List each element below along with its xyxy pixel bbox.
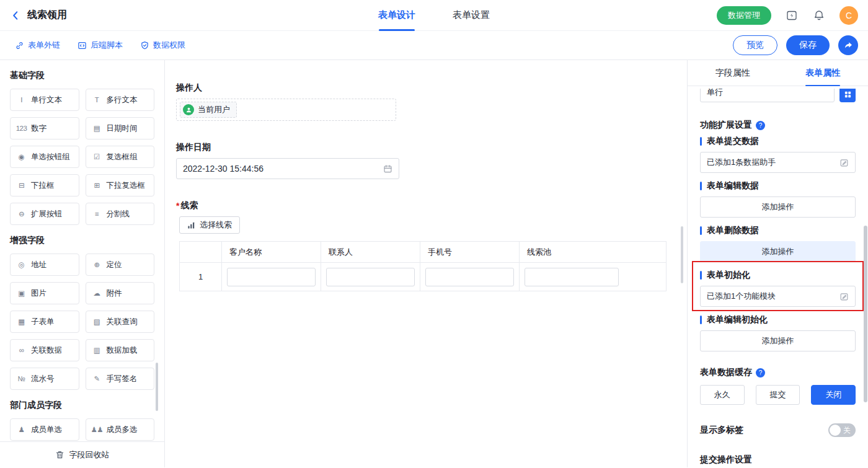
field-item-number[interactable]: 123 数字	[10, 117, 79, 139]
relation-query-icon: ▧	[91, 317, 103, 326]
tab-field-properties[interactable]: 字段属性	[688, 60, 778, 86]
customer-name-input[interactable]	[227, 268, 316, 286]
main-content: 基础字段 I 单行文本 T 多行文本 123 数字 ▤ 日期时间	[0, 60, 868, 467]
data-load-icon: ▥	[91, 346, 103, 355]
tab-form-settings[interactable]: 表单设置	[451, 0, 491, 31]
index-column-header	[180, 242, 222, 263]
clipped-setting-input[interactable]: 单行	[700, 89, 835, 102]
top-bar-right: 数据管理 C	[717, 6, 858, 25]
form-external-link[interactable]: 表单外链	[15, 40, 60, 51]
multi-tab-switch[interactable]: 关	[828, 423, 856, 437]
form-delete-data-add-button[interactable]: 添加操作	[700, 241, 856, 262]
group-form-init: 表单初始化 已添加1个功能模块	[700, 270, 856, 307]
field-item-attachment[interactable]: ☁ 附件	[86, 282, 155, 304]
extend-button-icon: ⊖	[16, 210, 27, 218]
share-button[interactable]	[838, 35, 858, 55]
field-item-subform[interactable]: ▦ 子表单	[10, 311, 79, 333]
save-button[interactable]: 保存	[786, 35, 830, 55]
section-title-basic: 基础字段	[10, 70, 154, 81]
form-init-setting[interactable]: 已添加1个功能模块	[700, 286, 856, 307]
field-operate-date[interactable]: 操作日期 2022-12-30 15:44:56	[176, 142, 687, 179]
app-switch-icon[interactable]	[785, 9, 799, 22]
top-bar-left: 线索领用	[9, 9, 67, 22]
field-item-location[interactable]: ⊕ 定位	[86, 254, 155, 276]
top-bar: 线索领用 表单设计 表单设置 数据管理 C	[0, 0, 868, 31]
field-item-signature[interactable]: ✎ 手写签名	[86, 368, 155, 390]
field-item-multi-select[interactable]: ⊞ 下拉复选框	[86, 174, 155, 196]
back-button[interactable]	[9, 9, 22, 22]
address-icon: ◎	[16, 260, 27, 269]
form-edit-init-add-button[interactable]: 添加操作	[700, 330, 856, 351]
recycle-bin-icon	[55, 450, 64, 459]
datetime-icon: ▤	[91, 124, 103, 133]
canvas-scrollbar[interactable]	[681, 226, 683, 283]
edit-icon	[839, 158, 849, 167]
field-item-image[interactable]: ▣ 图片	[10, 282, 79, 304]
bell-icon[interactable]	[812, 9, 826, 22]
clue-pool-input[interactable]	[525, 268, 619, 286]
field-item-single-line-text[interactable]: I 单行文本	[10, 89, 79, 111]
field-item-relation-query[interactable]: ▧ 关联查询	[86, 311, 155, 333]
preview-button[interactable]: 预览	[733, 35, 777, 55]
field-item-select[interactable]: ⊟ 下拉框	[10, 174, 79, 196]
clue-table-row: 1	[180, 263, 666, 291]
group-title: 表单删除数据	[707, 225, 759, 236]
cache-close-button[interactable]: 关闭	[811, 385, 856, 405]
field-library-scroll: 基础字段 I 单行文本 T 多行文本 123 数字 ▤ 日期时间	[0, 60, 164, 441]
data-permission-label: 数据权限	[153, 40, 185, 51]
field-item-member-multi[interactable]: ♟♟ 成员多选	[86, 418, 155, 441]
select-clue-button[interactable]: 选择线索	[179, 216, 240, 234]
divider-icon: ≡	[91, 210, 103, 218]
date-input[interactable]: 2022-12-30 15:44:56	[176, 158, 399, 179]
radio-group-icon: ◉	[16, 152, 27, 161]
field-item-multiline-text[interactable]: T 多行文本	[86, 89, 155, 111]
tab-form-design[interactable]: 表单设计	[377, 0, 417, 31]
field-item-radio-group[interactable]: ◉ 单选按钮组	[10, 146, 79, 168]
grid-icon	[844, 91, 852, 99]
field-recycle-bin[interactable]: 字段回收站	[0, 441, 164, 467]
clue-table: 客户名称 联系人 手机号 线索池 1	[179, 241, 666, 291]
field-item-checkbox-group[interactable]: ☑ 复选框组	[86, 146, 155, 168]
panel-mini-action-button[interactable]	[839, 89, 856, 102]
field-clue[interactable]: * 线索 选择线索 客户名称 联系人 手机号 线索池	[176, 200, 687, 291]
multi-tab-label: 显示多标签	[700, 425, 743, 436]
help-icon[interactable]: ?	[756, 368, 765, 377]
group-title: 表单初始化	[707, 270, 750, 281]
operator-value-box[interactable]: 当前用户	[176, 99, 396, 121]
field-item-serial-number[interactable]: № 流水号	[10, 368, 79, 390]
sidebar-scrollbar[interactable]	[156, 363, 158, 411]
backend-script-label: 后端脚本	[91, 40, 123, 51]
recycle-bin-label: 字段回收站	[69, 449, 110, 461]
field-item-divider[interactable]: ≡ 分割线	[86, 203, 155, 225]
cache-submit-button[interactable]: 提交	[756, 385, 800, 405]
clipped-setting-row: 单行	[700, 89, 856, 102]
phone-input[interactable]	[425, 268, 514, 286]
field-item-address[interactable]: ◎ 地址	[10, 254, 79, 276]
field-item-relation-data[interactable]: ∞ 关联数据	[10, 339, 79, 361]
field-library-sidebar: 基础字段 I 单行文本 T 多行文本 123 数字 ▤ 日期时间	[0, 60, 165, 467]
clue-label: * 线索	[176, 200, 687, 211]
field-item-datetime[interactable]: ▤ 日期时间	[86, 117, 155, 139]
form-edit-data-add-button[interactable]: 添加操作	[700, 196, 856, 218]
header-tabs: 表单设计 表单设置	[377, 0, 491, 31]
cache-forever-button[interactable]: 永久	[700, 385, 745, 405]
contact-input[interactable]	[326, 268, 415, 286]
operate-date-label: 操作日期	[176, 142, 687, 153]
tab-form-properties[interactable]: 表单属性	[778, 60, 868, 86]
help-icon[interactable]: ?	[756, 121, 765, 130]
current-user-tag[interactable]: 当前用户	[180, 102, 237, 118]
submit-settings-title: 提交操作设置	[700, 454, 856, 466]
field-item-extend-button[interactable]: ⊖ 扩展按钮	[10, 203, 79, 225]
data-manage-button[interactable]: 数据管理	[717, 6, 771, 25]
field-item-data-load[interactable]: ▥ 数据加载	[86, 339, 155, 361]
panel-tabs: 字段属性 表单属性	[688, 60, 868, 86]
panel-scrollbar[interactable]	[864, 226, 867, 402]
data-permission-link[interactable]: 数据权限	[140, 40, 185, 51]
field-item-member-single[interactable]: ♟ 成员单选	[10, 418, 79, 441]
field-operator[interactable]: 操作人 当前用户	[176, 82, 687, 121]
avatar[interactable]: C	[839, 6, 858, 25]
select-icon: ⊟	[16, 181, 27, 190]
form-submit-data-setting[interactable]: 已添加1条数据助手	[700, 152, 856, 173]
user-avatar-icon	[183, 104, 194, 115]
backend-script-link[interactable]: 后端脚本	[78, 40, 123, 51]
